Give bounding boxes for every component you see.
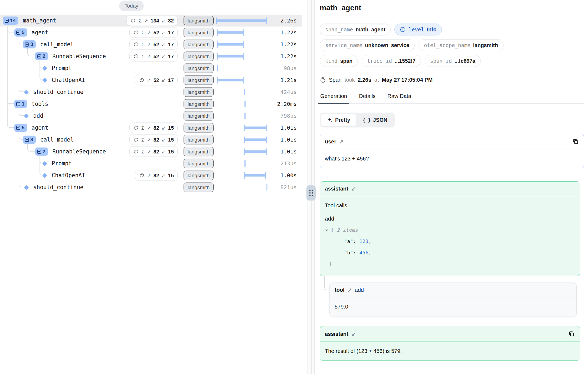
copy-button[interactable] xyxy=(568,330,575,337)
output-tokens-arrow-icon: ↙ xyxy=(162,29,166,35)
langsmith-tag[interactable]: langsmith xyxy=(184,16,214,25)
collapse-badge[interactable]: 1 xyxy=(14,100,27,108)
timeline-bar xyxy=(217,31,244,34)
langsmith-tag[interactable]: langsmith xyxy=(184,76,214,85)
collapse-badge[interactable]: 2 xyxy=(35,52,48,60)
timeline-tick xyxy=(244,160,246,167)
view-mode-toggle: Pretty { } JSON xyxy=(320,113,395,127)
coin-icon xyxy=(133,149,139,155)
timeline-bar xyxy=(217,19,267,22)
coin-icon xyxy=(139,173,145,178)
collapse-minus-icon xyxy=(37,54,41,58)
collapse-minus-icon xyxy=(25,138,29,142)
timeline-lane xyxy=(217,98,267,110)
langsmith-tag[interactable]: langsmith xyxy=(184,123,214,133)
tree-row-agent[interactable]: 5agentΣ↗52↙17langsmith1.22s xyxy=(0,27,302,38)
sigma-icon: Σ xyxy=(141,29,145,35)
langsmith-tag[interactable]: langsmith xyxy=(184,159,214,168)
output-tokens-arrow-icon: ↙ xyxy=(162,18,166,24)
langsmith-tag[interactable]: langsmith xyxy=(184,40,214,49)
inbound-arrow-icon: ↙ xyxy=(351,331,356,337)
timeline-lane xyxy=(217,50,267,62)
span-name-label: call_model xyxy=(40,136,74,143)
sigma-icon: Σ xyxy=(141,41,145,47)
trace-tree: 14math_agentΣ↗134↙32langsmith2.26s5agent… xyxy=(0,0,308,374)
splitter-drag-handle-icon[interactable] xyxy=(306,185,316,201)
collapse-badge[interactable]: 5 xyxy=(14,124,27,132)
langsmith-tag[interactable]: langsmith xyxy=(184,64,214,73)
tree-row-tools[interactable]: 1toolslangsmith2.20ms xyxy=(0,98,302,110)
tree-row-call_model[interactable]: 3call_modelΣ↗52↙17langsmith1.22s xyxy=(0,38,302,50)
tree-row-should_continue[interactable]: should_continuelangsmith821µs xyxy=(0,181,302,193)
collapse-badge[interactable]: 14 xyxy=(3,17,18,25)
tree-row-Prompt[interactable]: Promptlangsmith98µs xyxy=(0,62,302,74)
duration-label: 1.22s xyxy=(280,41,297,48)
timeline-tick xyxy=(244,113,246,119)
duration-label: 1.22s xyxy=(280,53,297,60)
timeline-bar xyxy=(244,150,266,153)
tree-row-math_agent[interactable]: 14math_agentΣ↗134↙32langsmith2.26s xyxy=(0,15,302,27)
tool-calls-block: Tool calls add { 2 items "a": 123, xyxy=(320,196,580,276)
duration-label: 98µs xyxy=(284,65,297,71)
message-user: user ↗ what's 123 + 456? xyxy=(320,134,584,168)
langsmith-tag[interactable]: langsmith xyxy=(184,111,214,121)
collapse-minus-icon xyxy=(5,19,9,23)
langsmith-tag[interactable]: langsmith xyxy=(184,99,214,109)
tab-details[interactable]: Details xyxy=(358,93,376,103)
collapse-badge[interactable]: 3 xyxy=(23,136,36,144)
tab-raw-data[interactable]: Raw Data xyxy=(387,93,412,103)
collapse-minus-icon xyxy=(16,31,20,35)
timeline-lane xyxy=(217,110,267,122)
collapse-badge[interactable]: 5 xyxy=(14,28,27,37)
tree-row-call_model[interactable]: 3call_modelΣ↗82↙15langsmith1.01s xyxy=(0,134,302,146)
coin-icon xyxy=(133,125,139,131)
tree-row-RunnableSequence[interactable]: 2RunnableSequenceΣ↗82↙15langsmith1.01s xyxy=(0,146,302,158)
langsmith-tag[interactable]: langsmith xyxy=(184,183,214,192)
kind-pill: kind span xyxy=(320,55,358,67)
timeline-bar xyxy=(217,43,244,46)
tool-call-args-json: { 2 items "a": 123, "b": 456, } xyxy=(325,224,575,270)
span-name-label: RunnableSequence xyxy=(53,148,106,155)
detail-tabs: Generation Details Raw Data xyxy=(320,93,584,104)
leaf-diamond-icon xyxy=(24,90,29,94)
collapse-badge[interactable]: 2 xyxy=(35,147,48,156)
tree-row-agent[interactable]: 5agentΣ↗82↙15langsmith1.01s xyxy=(0,122,302,134)
langsmith-tag[interactable]: langsmith xyxy=(184,28,214,37)
tree-row-ChatOpenAI[interactable]: ChatOpenAI↗52↙17langsmith1.21s xyxy=(0,74,302,86)
sigma-icon: Σ xyxy=(141,125,145,131)
json-view-button[interactable]: { } JSON xyxy=(357,114,393,126)
token-count-badge: ↗52↙17 xyxy=(135,75,178,86)
tree-row-add[interactable]: addlangsmith798µs xyxy=(0,110,302,122)
coin-icon xyxy=(139,77,145,83)
span-metadata: span_name math_agent level Info service_… xyxy=(320,24,584,67)
json-arg-a: "a": 123, xyxy=(331,235,575,247)
level-pill: level Info xyxy=(394,24,442,35)
langsmith-tag[interactable]: langsmith xyxy=(184,171,214,180)
sigma-icon: Σ xyxy=(141,53,145,59)
langsmith-tag[interactable]: langsmith xyxy=(184,135,214,145)
timeline-lane xyxy=(217,122,267,134)
info-icon xyxy=(400,27,406,32)
leaf-diamond-icon xyxy=(24,185,29,190)
span-name-label: Prompt xyxy=(52,160,72,167)
tree-row-ChatOpenAI[interactable]: ChatOpenAI↗82↙15langsmith1.00s xyxy=(0,169,302,181)
collapse-minus-icon xyxy=(25,42,29,47)
duration-label: 2.20ms xyxy=(277,101,297,107)
tree-row-should_continue[interactable]: should_continuelangsmith424µs xyxy=(0,86,302,98)
tree-row-Prompt[interactable]: Promptlangsmith213µs xyxy=(0,158,302,169)
tree-row-RunnableSequence[interactable]: 2RunnableSequenceΣ↗52↙17langsmith1.22s xyxy=(0,50,302,62)
langsmith-tag[interactable]: langsmith xyxy=(184,87,214,97)
message-assistant-tool-calls: assistant ↙ Tool calls add { 2 items xyxy=(320,181,580,276)
copy-button[interactable] xyxy=(572,138,579,145)
langsmith-tag[interactable]: langsmith xyxy=(184,52,214,61)
langsmith-tag[interactable]: langsmith xyxy=(184,147,214,156)
input-tokens-arrow-icon: ↗ xyxy=(147,149,151,155)
date-chip[interactable]: Today xyxy=(119,1,144,11)
collapse-badge[interactable]: 3 xyxy=(23,40,36,48)
sigma-icon: Σ xyxy=(138,18,142,24)
timeline-lane xyxy=(217,86,267,98)
pretty-view-button[interactable]: Pretty xyxy=(321,114,356,126)
tab-generation[interactable]: Generation xyxy=(320,93,348,103)
chevron-down-icon[interactable] xyxy=(325,228,329,232)
service-name-pill: service_name unknown_service xyxy=(320,39,415,51)
